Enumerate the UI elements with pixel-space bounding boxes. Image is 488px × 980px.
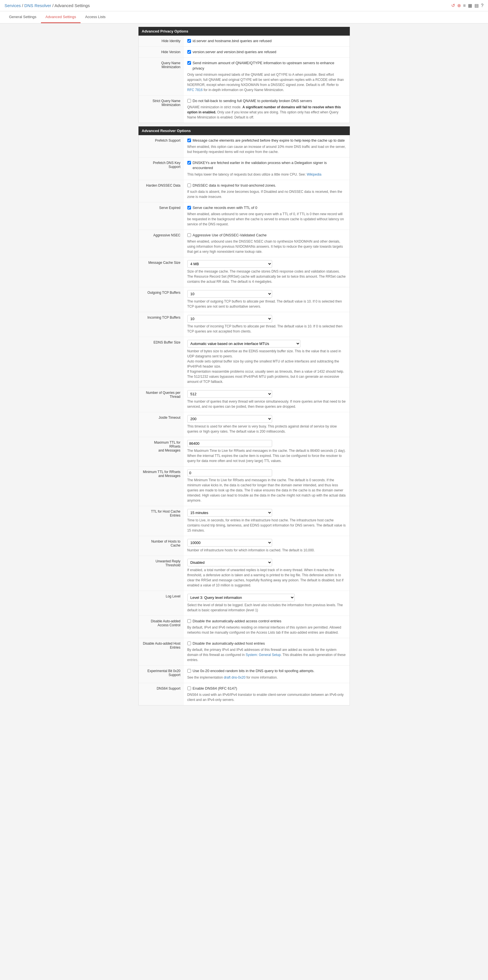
select-num-hosts-cache[interactable]: 1000 5000 10000 50000 [187,539,272,547]
label-message-cache-size: Message Cache Size [139,257,184,287]
checkbox-hide-version[interactable] [187,50,191,54]
reload-icon[interactable]: ↺ [451,3,455,8]
row-bit0x20: Experimental Bit 0x20Support Use 0x-20 e… [139,666,350,683]
stop-icon[interactable]: ⊗ [457,3,461,8]
desc-dns64: DNS64 is used with an IPv6/IPv4 translat… [187,692,346,702]
checkbox-hide-identity[interactable] [187,39,191,43]
label-aggressive-nsec: Aggressive NSEC [139,230,184,257]
link-wikipedia[interactable]: Wikipedia [307,172,321,177]
desc-num-hosts-cache: Number of infrastructure hosts for which… [187,548,346,553]
link-system-general[interactable]: System: General Setup [246,653,280,657]
checkbox-prefetch-dns-key[interactable] [187,161,191,165]
select-message-cache-size[interactable]: 1 MB 2 MB 4 MB 8 MB 16 MB 32 MB [187,260,272,268]
select-ttl-host-cache[interactable]: 1 minute 5 minutes 15 minutes 30 minutes… [187,509,272,517]
label-strict-query-name-min: Strict Query NameMinimization [139,95,184,123]
chart-icon[interactable]: ▦ [468,3,472,8]
field-queries-per-thread: 256 512 1024 2048 The number of queries … [184,387,350,412]
row-query-name-min: Query NameMinimization Send minimum amou… [139,58,350,95]
field-edns-buffer: 512 1232 1432 4096 Automatic value based… [184,337,350,387]
checkbox-bit0x20[interactable] [187,669,191,673]
checkbox-aggressive-nsec-label: Aggressive Use of DNSSEC-Validated Cache [193,233,267,238]
row-serve-expired: Serve Expired Serve cache records even w… [139,202,350,230]
label-hide-version: Hide Version [139,47,184,57]
label-queries-per-thread: Number of Queries perThread [139,387,184,412]
label-edns-buffer: EDNS Buffer Size [139,337,184,387]
label-harden-dnssec: Harden DNSSEC Data [139,180,184,202]
select-incoming-tcp[interactable]: 0 1 2 5 10 20 [187,315,272,323]
select-outgoing-tcp[interactable]: 0 1 2 5 10 20 [187,290,272,298]
field-disable-access-control: Disable the automatically-added access c… [184,616,350,638]
select-unwanted-reply[interactable]: Disabled 5 million 10 million 20 million [187,559,272,566]
checkbox-prefetch-dns-key-label: DNSKEYs are fetched earlier in the valid… [193,160,346,170]
table-icon[interactable]: ▤ [474,3,478,8]
desc-prefetch-dns-key: This helps lower the latency of requests… [187,172,346,177]
privacy-options-table: Hide Identity id.server and hostname.bin… [138,36,350,123]
main-content: Advanced Privacy Options Hide Identity i… [134,27,354,710]
desc-disable-host-entries: By default, the primary IPv4 and IPv6 ad… [187,647,346,662]
desc-jostle-timeout: This timeout is used for when the server… [187,424,346,434]
breadcrumb-dns-resolver[interactable]: DNS Resolver [24,3,51,8]
field-num-hosts-cache: 1000 5000 10000 50000 Number of infrastr… [184,536,350,555]
field-outgoing-tcp: 0 1 2 5 10 20 The number of outgoing TCP… [184,287,350,312]
field-dns64: Enable DNS64 (RFC 6147) DNS64 is used wi… [184,683,350,705]
help-icon[interactable]: ? [481,3,483,8]
top-header: Services / DNS Resolver / Advanced Setti… [0,0,488,11]
row-incoming-tcp: Incoming TCP Buffers 0 1 2 5 10 20 The n… [139,312,350,337]
field-bit0x20: Use 0x-20 encoded random bits in the DNS… [184,666,350,682]
desc-outgoing-tcp: The number of outgoing TCP buffers to al… [187,299,346,309]
row-message-cache-size: Message Cache Size 1 MB 2 MB 4 MB 8 MB 1… [139,257,350,287]
checkbox-strict-query-name-min-label: Do not fall-back to sending full QNAME t… [193,99,312,103]
row-min-ttl: Minimum TTL for RRsetsand Messages The M… [139,466,350,506]
label-outgoing-tcp: Outgoing TCP Buffers [139,287,184,312]
select-jostle-timeout[interactable]: 100 200 500 1000 [187,415,272,423]
field-prefetch-dns-key: DNSKEYs are fetched earlier in the valid… [184,158,350,180]
link-rfc7816[interactable]: RFC 7816 [187,88,203,92]
checkbox-disable-access-control-label: Disable the automatically-added access c… [193,619,282,624]
field-serve-expired: Serve cache records even with TTL of 0 W… [184,202,350,229]
row-log-level: Log Level Level 1: Basic operational inf… [139,591,350,616]
select-queries-per-thread[interactable]: 256 512 1024 2048 [187,390,272,398]
list-icon[interactable]: ≡ [463,3,466,8]
checkbox-aggressive-nsec[interactable] [187,233,191,237]
label-max-ttl: Maximum TTL for RRsetsand Messages [139,437,184,466]
row-disable-access-control: Disable Auto-addedAccess Control Disable… [139,616,350,638]
checkbox-harden-dnssec[interactable] [187,183,191,187]
select-log-level[interactable]: Level 1: Basic operational information L… [187,594,295,601]
select-edns-buffer[interactable]: 512 1232 1432 4096 Automatic value based… [187,340,300,347]
field-disable-host-entries: Disable the automatically-added host ent… [184,638,350,665]
row-dns64: DNS64 Support Enable DNS64 (RFC 6147) DN… [139,683,350,705]
tab-general-settings[interactable]: General Settings [5,11,41,23]
desc-queries-per-thread: The number of queries that every thread … [187,399,346,409]
checkbox-disable-access-control[interactable] [187,619,191,623]
label-incoming-tcp: Incoming TCP Buffers [139,312,184,337]
section-privacy-header: Advanced Privacy Options [138,27,350,36]
label-prefetch-support: Prefetch Support [139,135,184,157]
checkbox-disable-host-entries-label: Disable the automatically-added host ent… [193,641,265,646]
checkbox-dns64[interactable] [187,687,191,690]
field-message-cache-size: 1 MB 2 MB 4 MB 8 MB 16 MB 32 MB Size of … [184,257,350,287]
checkbox-prefetch-support[interactable] [187,138,191,142]
field-hide-identity: id.server and hostname.bind queries are … [184,36,350,46]
desc-serve-expired: When enabled, allows unbound to serve on… [187,212,346,227]
tab-access-lists[interactable]: Access Lists [81,11,110,23]
label-ttl-host-cache: TTL for Host CacheEntries [139,506,184,536]
link-draft-dns-0x20[interactable]: draft dns-0x20 [224,676,246,679]
checkbox-bit0x20-label: Use 0x-20 encoded random bits in the DNS… [193,668,314,673]
desc-log-level: Select the level of detail to be logged.… [187,603,346,613]
label-prefetch-dns-key: Prefetch DNS KeySupport [139,158,184,180]
field-min-ttl: The Minimum Time to Live for RRsets and … [184,466,350,506]
field-hide-version: version.server and version.bind queries … [184,47,350,57]
checkbox-strict-query-name-min[interactable] [187,99,191,103]
checkbox-serve-expired[interactable] [187,206,191,210]
checkbox-query-name-min[interactable] [187,61,191,65]
checkbox-disable-host-entries[interactable] [187,641,191,645]
tab-advanced-settings[interactable]: Advanced Settings [41,11,81,23]
field-max-ttl: The Maximum Time to Live for RRsets and … [184,437,350,466]
input-min-ttl[interactable] [187,469,272,476]
breadcrumb-services[interactable]: Services [5,3,21,8]
desc-unwanted-reply: If enabled, a total number of unwanted r… [187,568,346,588]
desc-ttl-host-cache: Time to Live, in seconds, for entries in… [187,518,346,533]
label-num-hosts-cache: Number of Hosts toCache [139,536,184,555]
input-max-ttl[interactable] [187,440,272,447]
row-ttl-host-cache: TTL for Host CacheEntries 1 minute 5 min… [139,506,350,536]
